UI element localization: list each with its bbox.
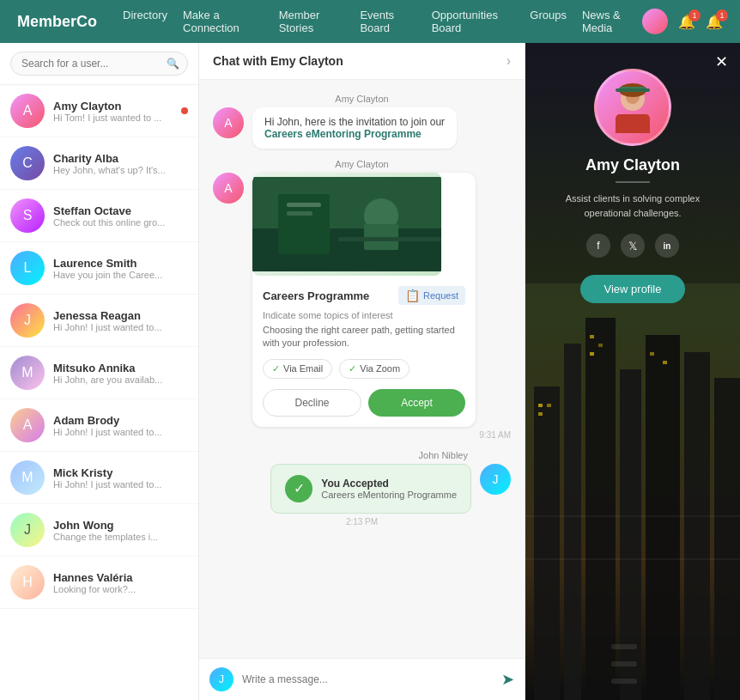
decline-button[interactable]: Decline	[263, 389, 361, 417]
msg-avatar-3: J	[480, 464, 511, 495]
msg-sender-2: Amy Clayton	[213, 159, 511, 169]
contact-item-john-wong[interactable]: J John Wong Change the templates i...	[0, 504, 198, 557]
twitter-icon[interactable]: 𝕏	[621, 234, 645, 258]
svg-rect-27	[611, 644, 637, 649]
profile-bio: Assist clients in solving complex operat…	[543, 192, 723, 220]
profile-name: Amy Clayton	[585, 156, 680, 174]
contact-name-hannes-valeria: Hannes Valéria	[53, 571, 188, 584]
contact-name-john-wong: John Wong	[53, 519, 188, 532]
svg-rect-12	[585, 318, 616, 700]
svg-rect-23	[650, 352, 654, 356]
search-input[interactable]	[10, 52, 188, 76]
view-profile-button[interactable]: View profile	[580, 275, 686, 303]
contact-avatar-charity-alba: C	[10, 146, 45, 180]
contact-name-mick-kristy: Mick Kristy	[53, 466, 188, 479]
chat-header-title: Chat with Emy Clayton	[213, 54, 343, 68]
svg-rect-25	[525, 515, 740, 517]
contact-item-charity-alba[interactable]: C Charity Alba Hey John, what's up? It's…	[0, 137, 198, 190]
close-button[interactable]: ✕	[711, 52, 731, 72]
contact-preview-laurence-smith: Have you join the Caree...	[53, 270, 188, 280]
msg-sender-1: Amy Clayton	[213, 94, 511, 104]
svg-rect-11	[564, 344, 581, 700]
linkedin-icon[interactable]: in	[655, 234, 679, 258]
chat-input[interactable]	[242, 673, 493, 685]
notification-bell-2[interactable]: 🔔1	[706, 14, 723, 30]
svg-rect-26	[525, 558, 740, 560]
contact-name-mitsuko-annika: Mitsuko Annika	[53, 362, 188, 374]
nav-item-groups[interactable]: Groups	[530, 9, 567, 34]
brand-logo[interactable]: MemberCo	[17, 13, 97, 31]
contact-list: A Amy Clayton Hi Tom! I just wanted to .…	[0, 85, 198, 700]
msg-avatar-1: A	[213, 107, 244, 138]
career-card: Careers Programme 📋 Request Indicate som…	[252, 173, 476, 427]
svg-rect-13	[620, 369, 641, 700]
chat-messages: Amy Clayton A Hi John, here is the invit…	[199, 80, 525, 658]
svg-rect-32	[616, 114, 650, 133]
accepted-title: You Accepted	[321, 478, 457, 490]
notification-bell-1[interactable]: 🔔1	[678, 14, 695, 30]
option-zoom[interactable]: ✓ Via Zoom	[339, 359, 409, 379]
chat-header-arrow[interactable]: ›	[506, 53, 511, 69]
svg-rect-21	[598, 344, 603, 347]
contact-preview-amy-clayton: Hi Tom! I just wanted to ...	[53, 113, 173, 123]
accepted-icon: ✓	[285, 475, 312, 502]
nav-item-directory[interactable]: Directory	[123, 9, 167, 34]
navbar-icons: 🔔1 🔔1	[642, 9, 723, 34]
contact-avatar-hannes-valeria: H	[10, 565, 45, 600]
contact-item-mick-kristy[interactable]: M Mick Kristy Hi John! I just wanted to.…	[0, 452, 198, 504]
nav-item-events-board[interactable]: Events Board	[360, 9, 415, 34]
message-group-1: Amy Clayton A Hi John, here is the invit…	[213, 94, 511, 149]
msg-row-2: A	[213, 173, 511, 427]
contact-item-jenessa-reagan[interactable]: J Jenessa Reagan Hi John! I just wanted …	[0, 295, 198, 347]
svg-rect-16	[714, 378, 740, 700]
contact-item-hannes-valeria[interactable]: H Hannes Valéria Looking for work?...	[0, 557, 198, 609]
main-layout: 🔍 A Amy Clayton Hi Tom! I just wanted to…	[0, 43, 740, 700]
contact-avatar-mick-kristy: M	[10, 460, 45, 495]
nav-item-news-&-media[interactable]: News & Media	[582, 9, 642, 34]
accept-button[interactable]: Accept	[368, 389, 465, 417]
contact-avatar-laurence-smith: L	[10, 251, 45, 285]
contact-avatar-john-wong: J	[10, 513, 45, 547]
msg-time-3: 2:13 PM	[213, 517, 511, 527]
career-title: Careers Programme	[263, 289, 369, 302]
svg-rect-36	[616, 88, 650, 92]
message-group-3: John Nibley J ✓ You Accepted Careers eMe…	[213, 450, 511, 527]
request-btn[interactable]: 📋 Request	[398, 286, 465, 305]
contact-item-mitsuko-annika[interactable]: M Mitsuko Annika Hi John, are you availa…	[0, 347, 198, 399]
svg-rect-28	[611, 661, 637, 667]
online-dot-amy-clayton	[181, 107, 188, 114]
svg-rect-29	[611, 679, 637, 684]
profile-content: Amy Clayton Assist clients in solving co…	[525, 43, 740, 320]
option-email[interactable]: ✓ Via Email	[263, 359, 332, 379]
chat-input-avatar: J	[209, 667, 234, 691]
career-card-body: Careers Programme 📋 Request Indicate som…	[252, 276, 476, 427]
contact-preview-hannes-valeria: Looking for work?...	[53, 584, 188, 594]
profile-divider	[616, 181, 650, 183]
svg-rect-19	[538, 412, 543, 416]
contact-name-amy-clayton: Amy Clayton	[53, 100, 173, 113]
contact-item-steffan-octave[interactable]: S Steffan Octave Check out this online g…	[0, 190, 198, 242]
nav-item-opportunities-board[interactable]: Opportunities Board	[432, 9, 515, 34]
contact-preview-jenessa-reagan: Hi John! I just wanted to...	[53, 322, 188, 332]
svg-rect-24	[663, 361, 667, 364]
msg-time-2: 9:31 AM	[213, 430, 511, 440]
user-avatar[interactable]	[642, 9, 668, 34]
profile-social: f 𝕏 in	[586, 234, 679, 258]
msg-sender-3: John Nibley	[213, 450, 468, 460]
nav-item-make-a-connection[interactable]: Make a Connection	[183, 9, 264, 34]
msg-row-1: A Hi John, here is the invitation to joi…	[213, 107, 511, 149]
facebook-icon[interactable]: f	[586, 234, 610, 258]
nav-item-member-stories[interactable]: Member Stories	[279, 9, 345, 34]
career-actions: Decline Accept	[263, 389, 465, 417]
send-button[interactable]: ➤	[501, 670, 514, 689]
notification-badge-1: 1	[688, 9, 701, 21]
contact-avatar-steffan-octave: S	[10, 198, 45, 233]
contact-name-charity-alba: Charity Alba	[53, 152, 188, 165]
contact-item-laurence-smith[interactable]: L Laurence Smith Have you join the Caree…	[0, 242, 198, 295]
contact-item-adam-brody[interactable]: A Adam Brody Hi John! I just wanted to..…	[0, 399, 198, 452]
contact-name-laurence-smith: Laurence Smith	[53, 257, 188, 270]
chat-header: Chat with Emy Clayton ›	[199, 43, 525, 80]
svg-rect-8	[252, 177, 441, 271]
profile-avatar	[594, 69, 671, 146]
contact-item-amy-clayton[interactable]: A Amy Clayton Hi Tom! I just wanted to .…	[0, 85, 198, 137]
